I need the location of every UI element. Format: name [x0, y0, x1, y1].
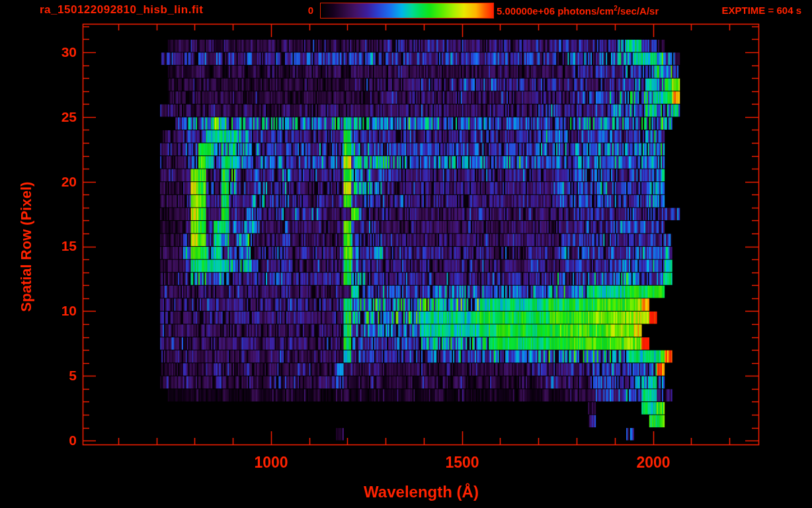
- y-tick-label-20: 20: [40, 174, 77, 190]
- y-tick-label-10: 10: [40, 303, 77, 319]
- spectrogram-canvas: [0, 0, 812, 508]
- colorbar-units-prefix: photons/cm: [555, 5, 614, 17]
- colorbar-max-label: 5.00000e+06 photons/cm2/sec/A/sr: [497, 5, 659, 17]
- x-tick-label-1000: 1000: [225, 454, 317, 472]
- y-tick-label-30: 30: [40, 44, 77, 60]
- spectrogram-viewer: { "header": { "filename": "ra_1501220928…: [0, 0, 812, 508]
- exposure-time-label: EXPTIME = 604 s: [722, 5, 801, 16]
- colorbar-gradient: [320, 3, 494, 19]
- plot-title-filename: ra_150122092810_hisb_lin.fit: [40, 3, 203, 17]
- y-tick-label-5: 5: [40, 368, 77, 384]
- x-tick-label-2000: 2000: [607, 454, 700, 472]
- y-axis-title: Spatial Row (Pixel): [18, 134, 38, 359]
- x-tick-label-1500: 1500: [416, 454, 508, 472]
- x-axis-title: Wavelength (Å): [289, 483, 553, 501]
- colorbar-min-label: 0: [284, 5, 313, 16]
- y-tick-label-0: 0: [40, 433, 77, 448]
- colorbar-max-value: 5.00000e+06: [497, 5, 555, 17]
- y-tick-label-15: 15: [40, 238, 77, 254]
- y-tick-label-25: 25: [40, 109, 77, 125]
- colorbar-units-suffix: /sec/A/sr: [618, 5, 659, 17]
